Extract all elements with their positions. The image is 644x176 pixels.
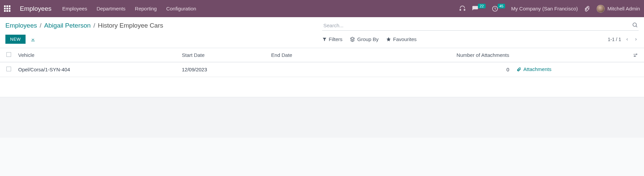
row-select[interactable]	[0, 62, 15, 77]
col-optional[interactable]	[629, 48, 644, 62]
pager-range[interactable]: 1-1 / 1	[608, 37, 621, 42]
list-view: Vehicle Start Date End Date Number of At…	[0, 48, 644, 97]
search-input[interactable]	[322, 21, 639, 31]
breadcrumb-root[interactable]: Employees	[5, 22, 37, 29]
col-attachments-count[interactable]: Number of Attachments	[345, 48, 513, 62]
user-menu[interactable]: Mitchell Admin	[597, 5, 640, 13]
navbar-right: 22 45 My Company (San Francisco) Mitchel…	[459, 5, 640, 13]
col-end[interactable]: End Date	[268, 48, 345, 62]
apps-menu-icon[interactable]	[4, 5, 10, 12]
table-row[interactable]: Opel/Corsa/1-SYN-404 12/09/2023 0 Attach…	[0, 62, 644, 77]
checkbox-icon[interactable]	[6, 52, 11, 57]
cell-optional	[629, 62, 644, 77]
search-icon[interactable]	[632, 22, 638, 28]
filters-label: Filters	[329, 36, 343, 42]
attachments-label: Attachments	[523, 66, 551, 72]
attachments-button[interactable]: Attachments	[517, 66, 551, 72]
messages-badge: 22	[478, 4, 485, 8]
svg-point-1	[633, 23, 637, 27]
col-start[interactable]: Start Date	[179, 48, 268, 62]
cell-end[interactable]	[268, 62, 345, 77]
cell-vehicle[interactable]: Opel/Corsa/1-SYN-404	[15, 62, 179, 77]
nav-menu: Employees Departments Reporting Configur…	[62, 6, 196, 11]
adjust-columns-icon[interactable]	[633, 52, 641, 58]
nav-departments[interactable]: Departments	[97, 6, 125, 11]
page-footer-space	[0, 97, 644, 138]
funnel-icon	[322, 37, 327, 42]
nav-employees[interactable]: Employees	[62, 6, 87, 11]
checkbox-icon[interactable]	[6, 67, 11, 71]
paperclip-icon	[517, 67, 521, 72]
avatar	[597, 5, 605, 13]
list-footer-blank	[0, 77, 644, 97]
top-navbar: Employees Employees Departments Reportin…	[0, 0, 644, 17]
messages-icon[interactable]: 22	[472, 5, 485, 12]
nav-reporting[interactable]: Reporting	[135, 6, 157, 11]
debug-icon[interactable]	[584, 5, 591, 12]
search-wrap	[322, 21, 639, 31]
breadcrumb-sep: /	[93, 22, 95, 29]
col-vehicle[interactable]: Vehicle	[15, 48, 179, 62]
table-header-row: Vehicle Start Date End Date Number of At…	[0, 48, 644, 62]
cell-attachments-count[interactable]: 0	[345, 62, 513, 77]
company-selector[interactable]: My Company (San Francisco)	[511, 6, 578, 11]
new-button[interactable]: NEW	[5, 35, 26, 44]
cell-attachments-link: Attachments	[513, 62, 629, 77]
user-name: Mitchell Admin	[607, 6, 640, 11]
favourites-dropdown[interactable]: Favourites	[386, 36, 417, 42]
breadcrumb: Employees / Abigail Peterson / History E…	[5, 22, 163, 29]
groupby-dropdown[interactable]: Group By	[350, 36, 378, 42]
pager: 1-1 / 1	[608, 37, 639, 42]
filters-dropdown[interactable]: Filters	[322, 36, 343, 42]
data-table: Vehicle Start Date End Date Number of At…	[0, 48, 644, 77]
control-panel: Employees / Abigail Peterson / History E…	[0, 17, 644, 48]
cell-start[interactable]: 12/09/2023	[179, 62, 268, 77]
breadcrumb-parent[interactable]: Abigail Peterson	[44, 22, 90, 29]
svg-point-2	[636, 54, 637, 55]
app-name[interactable]: Employees	[20, 5, 51, 12]
breadcrumb-sep: /	[40, 22, 41, 29]
groupby-label: Group By	[357, 36, 378, 42]
activities-icon[interactable]: 45	[492, 5, 505, 12]
col-attachments-link	[513, 48, 629, 62]
select-all-header[interactable]	[0, 48, 15, 62]
star-icon	[386, 37, 391, 42]
download-icon[interactable]	[30, 37, 36, 42]
activities-badge: 45	[498, 4, 505, 8]
breadcrumb-current: History Employee Cars	[98, 22, 163, 29]
layers-icon	[350, 37, 355, 42]
navbar-left: Employees Employees Departments Reportin…	[4, 5, 196, 12]
favourites-label: Favourites	[393, 36, 417, 42]
pager-prev-icon[interactable]	[624, 37, 630, 42]
filter-bar: Filters Group By Favourites 1-1 / 1	[322, 36, 639, 42]
nav-configuration[interactable]: Configuration	[166, 6, 196, 11]
pager-next-icon[interactable]	[633, 37, 639, 42]
voip-icon[interactable]	[459, 5, 466, 12]
